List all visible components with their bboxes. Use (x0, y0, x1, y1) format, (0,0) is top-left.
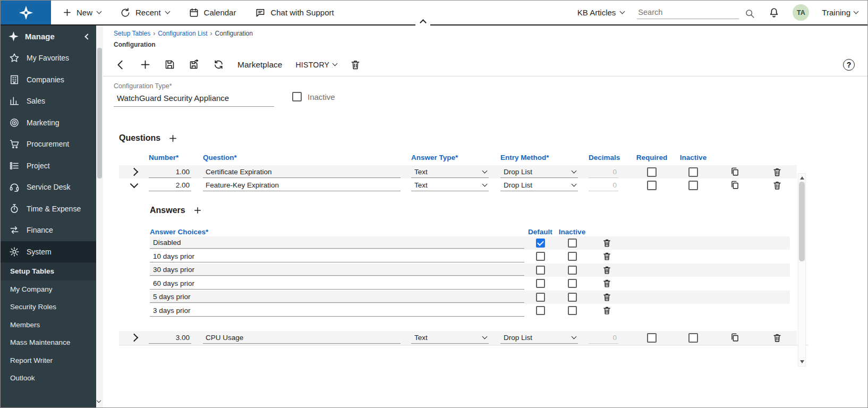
answer-choice-field[interactable]: Disabled (150, 237, 524, 249)
save-button[interactable] (164, 59, 175, 70)
add-button[interactable] (140, 59, 151, 70)
inactive-checkbox[interactable] (568, 252, 577, 261)
add-answer-button[interactable] (193, 206, 202, 215)
notifications-bell-icon[interactable] (768, 7, 780, 19)
chat-support-button[interactable]: Chat with Support (255, 7, 334, 18)
expand-row-button[interactable] (127, 166, 140, 178)
search-icon[interactable] (744, 8, 755, 19)
default-checkbox[interactable] (536, 306, 545, 315)
entry-method-select[interactable]: Drop List (500, 166, 578, 178)
refresh-button[interactable] (213, 59, 224, 70)
inactive-checkbox[interactable] (568, 266, 577, 275)
save-and-close-button[interactable] (189, 59, 200, 70)
new-menu-button[interactable]: New (63, 8, 101, 17)
add-question-button[interactable] (168, 134, 177, 143)
sidebar-header[interactable]: Manage (1, 26, 96, 47)
answer-type-select[interactable]: Text (411, 332, 489, 344)
scroll-down-icon[interactable] (800, 360, 804, 363)
sidebar-item-companies[interactable]: Companies (1, 69, 96, 91)
delete-record-button[interactable] (350, 60, 361, 70)
sidebar-subitem-members[interactable]: Members (1, 316, 96, 334)
answer-type-select[interactable]: Text (411, 166, 489, 178)
copy-question-button[interactable] (730, 167, 740, 177)
inactive-checkbox[interactable] (568, 293, 577, 302)
configuration-type-input[interactable]: WatchGuard Security Appliance (114, 94, 274, 107)
question-text-field[interactable]: Feature-Key Expiration (203, 180, 401, 191)
default-checkbox[interactable] (536, 266, 545, 275)
delete-answer-button[interactable] (602, 252, 611, 261)
sidebar-item-service-desk[interactable]: Service Desk (1, 176, 96, 198)
sidebar-item-marketing[interactable]: Marketing (1, 112, 96, 134)
question-number-field[interactable]: 2.00 (149, 180, 191, 191)
delete-question-button[interactable] (772, 333, 782, 343)
user-avatar[interactable]: TA (793, 4, 809, 21)
kb-articles-button[interactable]: KB Articles (577, 8, 625, 17)
expand-row-button[interactable] (127, 332, 140, 344)
inactive-checkbox[interactable] (568, 279, 577, 288)
question-number-field[interactable]: 1.00 (149, 166, 191, 178)
delete-answer-button[interactable] (602, 306, 611, 315)
sidebar-subitem-setup-tables[interactable]: Setup Tables (1, 262, 96, 280)
answer-choice-field[interactable]: 3 days prior (150, 305, 524, 317)
default-checkbox[interactable] (536, 252, 545, 261)
sidebar-subitem-outlook[interactable]: Outlook (1, 369, 96, 387)
sidebar-item-sales[interactable]: Sales (1, 90, 96, 112)
sidebar-subitem-my-company[interactable]: My Company (1, 280, 96, 299)
required-checkbox[interactable] (647, 167, 657, 177)
answer-choice-field[interactable]: 5 days prior (150, 291, 524, 303)
question-text-field[interactable]: Certificate Expiration (203, 166, 401, 178)
account-menu-button[interactable]: Training (822, 8, 858, 17)
default-checkbox[interactable] (536, 279, 545, 288)
sidebar-scrollbar[interactable] (96, 26, 103, 407)
question-text-field[interactable]: CPU Usage (203, 332, 401, 344)
copy-question-button[interactable] (730, 180, 740, 190)
help-button[interactable] (843, 59, 855, 71)
sidebar-item-project[interactable]: Project (1, 155, 96, 177)
delete-question-button[interactable] (772, 167, 782, 177)
required-checkbox[interactable] (647, 181, 657, 190)
collapse-header-button[interactable] (415, 17, 430, 26)
sidebar-collapse-icon[interactable] (84, 33, 90, 39)
inactive-checkbox[interactable] (688, 181, 698, 190)
delete-answer-button[interactable] (602, 266, 611, 275)
inactive-checkbox[interactable] (568, 239, 577, 248)
delete-answer-button[interactable] (602, 239, 611, 248)
recent-menu-button[interactable]: Recent (120, 7, 169, 18)
delete-question-button[interactable] (772, 181, 782, 190)
sidebar-subitem-mass-maintenance[interactable]: Mass Maintenance (1, 334, 96, 352)
search-input[interactable] (637, 6, 739, 19)
sidebar-scrollbar-thumb[interactable] (97, 48, 102, 178)
inactive-checkbox[interactable] (688, 333, 698, 343)
history-dropdown-button[interactable]: HISTORY (295, 61, 337, 69)
sidebar-item-time-expense[interactable]: Time & Expense (1, 198, 96, 220)
default-checkbox[interactable] (536, 293, 545, 302)
answer-choice-field[interactable]: 10 days prior (150, 251, 524, 262)
sidebar-subitem-report-writer[interactable]: Report Writer (1, 352, 96, 370)
questions-scrollbar[interactable] (798, 173, 806, 367)
back-button[interactable] (115, 59, 126, 71)
marketplace-button[interactable]: Marketplace (237, 60, 282, 70)
sidebar-item-procurement[interactable]: Procurement (1, 133, 96, 155)
delete-answer-button[interactable] (602, 279, 611, 288)
scrollbar-thumb[interactable] (799, 182, 805, 261)
breadcrumb-configuration-list[interactable]: Configuration List (158, 30, 207, 37)
scroll-up-icon[interactable] (800, 176, 804, 180)
calendar-button[interactable]: Calendar (189, 7, 236, 18)
breadcrumb-setup-tables[interactable]: Setup Tables (114, 30, 150, 37)
entry-method-select[interactable]: Drop List (500, 332, 578, 344)
inactive-checkbox[interactable] (568, 306, 577, 315)
question-number-field[interactable]: 3.00 (149, 332, 191, 344)
collapse-row-button[interactable] (127, 179, 140, 192)
delete-answer-button[interactable] (602, 293, 611, 302)
inactive-checkbox[interactable] (688, 167, 698, 177)
answer-type-select[interactable]: Text (411, 180, 489, 191)
copy-question-button[interactable] (730, 333, 740, 343)
sidebar-item-finance[interactable]: Finance (1, 219, 96, 241)
sidebar-subitem-security-roles[interactable]: Security Roles (1, 298, 96, 316)
sidebar-scroll-down-icon[interactable] (97, 395, 100, 404)
entry-method-select[interactable]: Drop List (500, 180, 578, 191)
answer-choice-field[interactable]: 60 days prior (150, 278, 524, 290)
default-checkbox[interactable] (536, 239, 545, 248)
sidebar-item-my-favorites[interactable]: My Favorites (1, 47, 96, 69)
required-checkbox[interactable] (647, 333, 657, 343)
